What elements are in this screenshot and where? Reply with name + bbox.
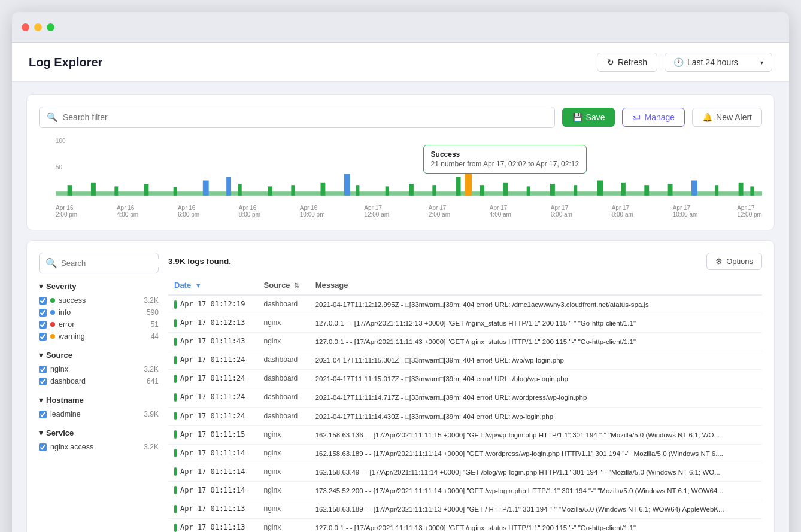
svg-rect-6 (203, 181, 209, 196)
header-actions: ↻ Refresh 🕐 Last 24 hours ▾ (597, 53, 772, 72)
filter-leadmine-checkbox[interactable] (39, 411, 47, 418)
severity-indicator (174, 449, 177, 457)
source-cell: dashboard (258, 295, 310, 314)
table-row[interactable]: Apr 17 01:11:43 nginx 127.0.0.1 - - [17/… (168, 333, 762, 351)
svg-rect-3 (114, 186, 118, 195)
table-row[interactable]: Apr 17 01:12:13 nginx 127.0.0.1 - - [17/… (168, 314, 762, 333)
table-row[interactable]: Apr 17 01:11:14 nginx 162.158.63.49 - - … (168, 463, 762, 481)
x-label-2: Apr 166:00 pm (178, 205, 199, 218)
search-filter-input[interactable] (63, 113, 547, 122)
search-bar: 🔍 💾 Save 🏷 Manage 🔔 New Alert (39, 107, 762, 128)
table-row[interactable]: Apr 17 01:11:24 dashboard 2021-04-17T11:… (168, 370, 762, 388)
new-alert-button[interactable]: 🔔 New Alert (692, 108, 762, 127)
severity-warning-dot (50, 334, 55, 339)
gear-icon: ⚙ (715, 257, 723, 266)
options-button[interactable]: ⚙ Options (706, 253, 762, 270)
svg-rect-26 (644, 185, 649, 196)
search-filter-wrap[interactable]: 🔍 (39, 107, 555, 128)
date-cell: Apr 17 01:11:15 (168, 425, 258, 444)
col-message: Message (310, 276, 762, 295)
svg-rect-29 (715, 185, 718, 196)
date-cell: Apr 17 01:11:24 (168, 388, 258, 407)
col-source[interactable]: Source ⇅ (258, 276, 310, 295)
message-cell: 2021-04-17T11:11:14.717Z - □[33mwarn□[39… (310, 388, 762, 407)
filter-info-checkbox[interactable] (39, 309, 47, 317)
source-cell: dashboard (258, 351, 310, 370)
svg-rect-27 (668, 184, 673, 196)
table-row[interactable]: Apr 17 01:11:15 nginx 162.158.63.136 - -… (168, 425, 762, 444)
x-label-6: Apr 172:00 am (429, 205, 450, 218)
service-filter-title[interactable]: ▾ Service (39, 428, 159, 437)
date-cell: Apr 17 01:11:14 (168, 463, 258, 481)
severity-chevron-icon: ▾ (39, 282, 43, 291)
svg-rect-23 (574, 185, 577, 196)
severity-success-dot (50, 298, 55, 303)
app-window: Log Explorer ↻ Refresh 🕐 Last 24 hours ▾… (12, 12, 789, 532)
message-cell: 127.0.0.1 - - [17/Apr/2021:11:11:43 +000… (310, 333, 762, 351)
table-row[interactable]: Apr 17 01:11:13 nginx 162.158.63.189 - -… (168, 500, 762, 519)
chart-panel: 🔍 💾 Save 🏷 Manage 🔔 New Alert (26, 94, 775, 230)
hostname-filter-title[interactable]: ▾ Hostname (39, 396, 159, 405)
table-row[interactable]: Apr 17 01:12:19 dashboard 2021-04-17T11:… (168, 295, 762, 314)
date-cell: Apr 17 01:11:24 (168, 351, 258, 370)
filter-nginx-checkbox[interactable] (39, 366, 47, 373)
save-button[interactable]: 💾 Save (562, 108, 615, 127)
refresh-icon: ↻ (607, 57, 614, 67)
severity-indicator (174, 375, 177, 383)
logs-count: 3.9K logs found. (168, 257, 231, 266)
filter-item-warning: warning 44 (39, 330, 159, 342)
window-close-dot[interactable] (22, 23, 29, 31)
filter-nginx-access-count: 3.2K (144, 443, 159, 451)
time-range-button[interactable]: 🕐 Last 24 hours ▾ (665, 53, 772, 72)
service-filter-group: ▾ Service nginx.access 3.2K (39, 428, 159, 453)
svg-rect-22 (550, 184, 555, 196)
source-filter-title[interactable]: ▾ Source (39, 351, 159, 360)
filter-nginx-access-label: nginx.access (50, 443, 140, 451)
filter-error-checkbox[interactable] (39, 321, 47, 329)
col-date[interactable]: Date ▼ (168, 276, 258, 295)
table-row[interactable]: Apr 17 01:11:14 nginx 162.158.63.189 - -… (168, 444, 762, 463)
date-cell: Apr 17 01:11:24 (168, 407, 258, 425)
source-cell: nginx (258, 333, 310, 351)
sidebar-search-icon: 🔍 (45, 257, 57, 269)
source-cell: nginx (258, 444, 310, 463)
sidebar-search-wrap[interactable]: 🔍 (39, 253, 159, 273)
refresh-button[interactable]: ↻ Refresh (597, 53, 657, 72)
filter-success-label: success (59, 296, 140, 305)
date-cell: Apr 17 01:11:13 (168, 500, 258, 519)
logs-table-area: 3.9K logs found. ⚙ Options Date (168, 253, 762, 532)
date-sort-icon: ▼ (195, 282, 202, 289)
severity-indicator (174, 300, 177, 309)
filter-dashboard-checkbox[interactable] (39, 378, 47, 385)
date-cell: Apr 17 01:11:24 (168, 370, 258, 388)
severity-error-dot (50, 322, 55, 327)
table-row[interactable]: Apr 17 01:11:24 dashboard 2021-04-17T11:… (168, 407, 762, 425)
filter-nginx-access-checkbox[interactable] (39, 443, 47, 451)
message-cell: 162.158.63.189 - - [17/Apr/2021:11:11:14… (310, 444, 762, 463)
message-cell: 173.245.52.200 - - [17/Apr/2021:11:11:14… (310, 481, 762, 500)
save-icon: 💾 (572, 113, 582, 122)
date-cell: Apr 17 01:12:13 (168, 314, 258, 333)
filter-success-checkbox[interactable] (39, 297, 47, 305)
table-row[interactable]: Apr 17 01:11:14 nginx 173.245.52.200 - -… (168, 481, 762, 500)
table-row[interactable]: Apr 17 01:11:24 dashboard 2021-04-17T11:… (168, 351, 762, 370)
manage-button[interactable]: 🏷 Manage (622, 108, 685, 127)
window-expand-dot[interactable] (47, 23, 54, 31)
filter-info-count: 590 (147, 308, 159, 317)
source-cell: dashboard (258, 370, 310, 388)
filter-warning-count: 44 (151, 332, 159, 341)
x-label-3: Apr 168:00 pm (239, 205, 260, 218)
table-row[interactable]: Apr 17 01:11:24 dashboard 2021-04-17T11:… (168, 388, 762, 407)
severity-filter-title[interactable]: ▾ Severity (39, 282, 159, 291)
hostname-filter-group: ▾ Hostname leadmine 3.9K (39, 396, 159, 420)
filter-warning-checkbox[interactable] (39, 333, 47, 341)
sidebar-search-input[interactable] (61, 259, 162, 267)
severity-indicator (174, 338, 177, 346)
svg-rect-20 (503, 183, 508, 196)
window-minimize-dot[interactable] (34, 23, 42, 31)
severity-indicator (174, 505, 177, 513)
filter-item-leadmine: leadmine 3.9K (39, 408, 159, 420)
table-row[interactable]: Apr 17 01:11:13 nginx 127.0.0.1 - - [17/… (168, 519, 762, 532)
search-icon: 🔍 (47, 112, 58, 123)
x-label-0: Apr 162:00 pm (56, 205, 77, 218)
